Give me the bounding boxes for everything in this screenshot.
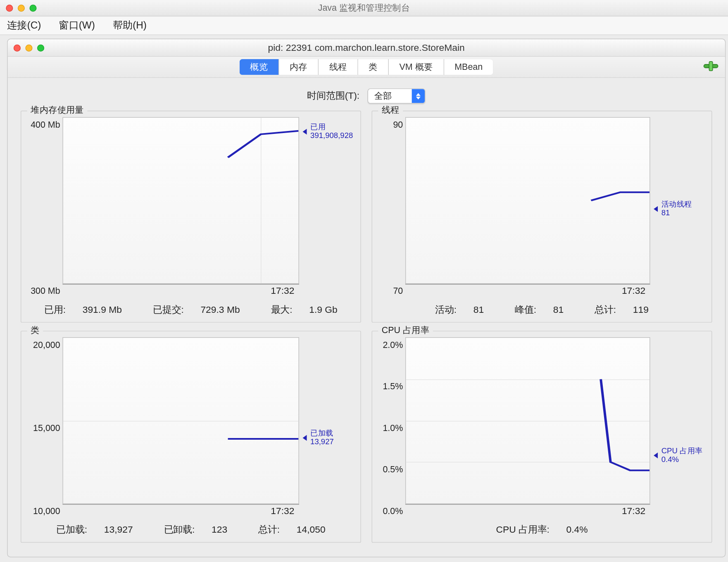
- heap-panel: 堆内存使用量 400 Mb 300 Mb: [21, 111, 361, 323]
- tabs-row: 概览 内存 线程 类 VM 概要 MBean: [8, 57, 725, 78]
- heap-y-axis: 400 Mb 300 Mb: [26, 117, 63, 300]
- classes-legend-value: 13,927: [310, 438, 334, 446]
- time-range-value: 全部: [369, 90, 412, 102]
- classes-plot[interactable]: [62, 337, 299, 504]
- threads-plot[interactable]: [405, 117, 650, 284]
- cpu-legend-value: 0.4%: [661, 455, 703, 464]
- classes-y-axis: 20,000 15,000 10,000: [26, 337, 63, 520]
- classes-legend: 已加载 13,927: [299, 429, 356, 446]
- heap-y-top: 400 Mb: [31, 119, 60, 129]
- heap-committed-label: 已提交:: [153, 305, 184, 314]
- classes-legend-title: 已加载: [310, 429, 334, 438]
- tab-memory[interactable]: 内存: [279, 59, 319, 75]
- heap-y-bottom: 300 Mb: [31, 286, 60, 295]
- threads-panel: 线程 90 70 17:32: [372, 111, 712, 323]
- tab-vm-summary[interactable]: VM 概要: [389, 59, 444, 75]
- threads-total-label: 总计:: [595, 305, 616, 314]
- classes-title: 类: [27, 325, 43, 336]
- tab-overview[interactable]: 概览: [240, 59, 279, 75]
- cpu-title: CPU 占用率: [378, 325, 433, 336]
- heap-legend-title: 已用: [310, 123, 353, 132]
- heap-x-axis: 17:32: [62, 284, 299, 300]
- threads-legend: 活动线程 81: [650, 200, 707, 217]
- triangle-left-icon: [303, 129, 307, 135]
- cpu-y-axis: 2.0% 1.5% 1.0% 0.5% 0.0%: [377, 337, 405, 520]
- threads-live-value: 81: [473, 305, 484, 314]
- cpu-y3: 0.5%: [383, 464, 403, 474]
- classes-y-mid: 15,000: [33, 423, 60, 433]
- threads-live-label: 活动:: [435, 305, 457, 314]
- classes-total-value: 14,050: [297, 524, 326, 534]
- threads-y-bottom: 70: [393, 286, 403, 295]
- heap-title: 堆内存使用量: [27, 105, 88, 116]
- tabs: 概览 内存 线程 类 VM 概要 MBean: [240, 59, 493, 75]
- threads-x-axis: 17:32: [405, 284, 650, 300]
- menu-window[interactable]: 窗口(W): [57, 18, 98, 33]
- threads-x-tick: 17:32: [622, 286, 645, 296]
- svg-marker-3: [416, 96, 421, 99]
- outer-window-titlebar: Java 监视和管理控制台: [0, 0, 728, 17]
- tab-classes[interactable]: 类: [358, 59, 389, 75]
- classes-unloaded-label: 已卸载:: [164, 524, 195, 534]
- heap-used-value: 391.9 Mb: [83, 305, 122, 314]
- cpu-x-axis: 17:32: [405, 504, 650, 521]
- menu-help[interactable]: 帮助(H): [110, 18, 149, 33]
- cpu-legend-title: CPU 占用率: [661, 446, 703, 455]
- heap-max-label: 最大:: [271, 305, 293, 314]
- inner-window-title: pid: 22391 com.marchon.learn.store.Store…: [8, 43, 725, 53]
- menubar: 连接(C) 窗口(W) 帮助(H): [0, 17, 728, 35]
- cpu-y1: 1.5%: [383, 381, 403, 391]
- time-range-label: 时间范围(T):: [307, 90, 359, 102]
- classes-panel: 类 20,000 15,000 10,000: [21, 331, 361, 543]
- cpu-panel: CPU 占用率 2.0% 1.5% 1.0% 0.5% 0.0%: [372, 331, 712, 543]
- svg-rect-1: [709, 62, 713, 71]
- cpu-legend: CPU 占用率 0.4%: [650, 446, 707, 464]
- inner-window-titlebar: pid: 22391 com.marchon.learn.store.Store…: [8, 39, 725, 57]
- heap-plot[interactable]: [62, 117, 299, 284]
- svg-marker-2: [416, 93, 421, 96]
- heap-stats: 已用: 391.9 Mb 已提交: 729.3 Mb 最大: 1.9 Gb: [26, 300, 356, 317]
- heap-used-label: 已用:: [44, 305, 66, 314]
- cpu-y2: 1.0%: [383, 423, 403, 433]
- heap-max-value: 1.9 Gb: [309, 305, 338, 314]
- classes-total-label: 总计:: [258, 524, 280, 534]
- threads-y-axis: 90 70: [377, 117, 405, 300]
- tab-mbean[interactable]: MBean: [444, 59, 493, 75]
- cpu-plot[interactable]: [405, 337, 650, 504]
- threads-peak-value: 81: [553, 305, 564, 314]
- cpu-stats-value: 0.4%: [566, 524, 588, 534]
- triangle-left-icon: [654, 206, 658, 212]
- tab-threads[interactable]: 线程: [319, 59, 358, 75]
- cpu-stats-label: CPU 占用率:: [496, 524, 549, 534]
- threads-title: 线程: [378, 105, 403, 116]
- heap-legend-value: 391,908,928: [310, 132, 353, 140]
- select-arrows-icon: [412, 89, 425, 103]
- cpu-y0: 2.0%: [383, 340, 403, 350]
- connection-status-icon[interactable]: [703, 60, 719, 72]
- cpu-stats: CPU 占用率: 0.4%: [377, 520, 707, 537]
- threads-legend-title: 活动线程: [661, 200, 692, 209]
- classes-x-axis: 17:32: [62, 504, 299, 521]
- heap-committed-value: 729.3 Mb: [200, 305, 240, 314]
- cpu-y4: 0.0%: [383, 506, 403, 516]
- menu-connect[interactable]: 连接(C): [5, 18, 43, 33]
- threads-legend-value: 81: [661, 209, 692, 217]
- threads-peak-label: 峰值:: [515, 305, 536, 314]
- classes-y-bottom: 10,000: [33, 506, 60, 516]
- classes-loaded-value: 13,927: [104, 524, 133, 534]
- heap-legend: 已用 391,908,928: [299, 123, 356, 140]
- threads-stats: 活动: 81 峰值: 81 总计: 119: [377, 300, 707, 317]
- classes-stats: 已加载: 13,927 已卸载: 123 总计: 14,050: [26, 520, 356, 537]
- triangle-left-icon: [654, 452, 658, 458]
- classes-unloaded-value: 123: [212, 524, 227, 534]
- time-range-row: 时间范围(T): 全部: [8, 78, 725, 110]
- threads-total-value: 119: [633, 305, 649, 314]
- classes-x-tick: 17:32: [271, 506, 294, 517]
- threads-y-top: 90: [393, 119, 403, 129]
- heap-x-tick: 17:32: [271, 286, 294, 296]
- chart-grid: 堆内存使用量 400 Mb 300 Mb: [8, 111, 725, 552]
- time-range-select[interactable]: 全部: [368, 88, 426, 104]
- inner-window: pid: 22391 com.marchon.learn.store.Store…: [7, 39, 726, 557]
- cpu-x-tick: 17:32: [622, 506, 645, 517]
- triangle-left-icon: [303, 435, 307, 441]
